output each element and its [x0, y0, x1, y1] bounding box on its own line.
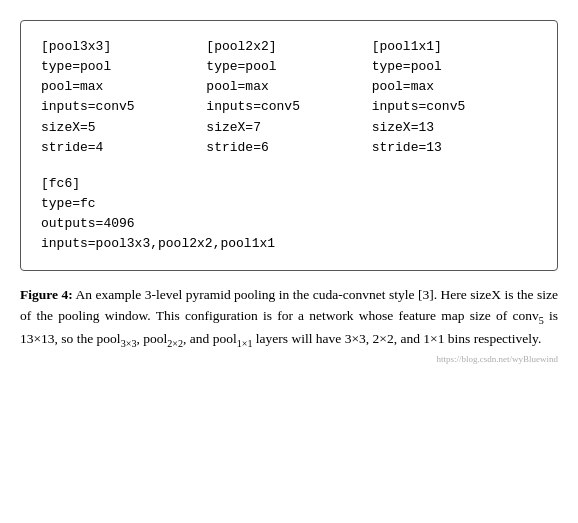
fc-header: [fc6] [41, 174, 537, 194]
col3: [pool1x1] type=pool pool=max inputs=conv… [372, 37, 537, 158]
col2-header: [pool2x2] [206, 37, 371, 57]
col1-header: [pool3x3] [41, 37, 206, 57]
col1-line5: stride=4 [41, 138, 206, 158]
pool1-sub: 3×3 [121, 337, 137, 348]
diagram-box: [pool3x3] type=pool pool=max inputs=conv… [20, 20, 558, 271]
fc-line2: outputs=4096 [41, 214, 537, 234]
conv-sub: 5 [539, 315, 544, 326]
watermark: https://blog.csdn.net/wyBluewind [437, 353, 559, 367]
citation-ref: [3] [418, 287, 434, 302]
col2-line4: sizeX=7 [206, 118, 371, 138]
col1-line2: pool=max [41, 77, 206, 97]
col1: [pool3x3] type=pool pool=max inputs=conv… [41, 37, 206, 158]
columns-row: [pool3x3] type=pool pool=max inputs=conv… [41, 37, 537, 158]
col3-line5: stride=13 [372, 138, 537, 158]
col3-line4: sizeX=13 [372, 118, 537, 138]
col3-header: [pool1x1] [372, 37, 537, 57]
caption-label: Figure 4: [20, 287, 73, 302]
col2: [pool2x2] type=pool pool=max inputs=conv… [206, 37, 371, 158]
col3-line1: type=pool [372, 57, 537, 77]
col2-line3: inputs=conv5 [206, 97, 371, 117]
caption-text1: An example 3-level pyramid pooling in th… [75, 287, 418, 302]
fc-section: [fc6] type=fc outputs=4096 inputs=pool3x… [41, 174, 537, 255]
col2-line1: type=pool [206, 57, 371, 77]
col2-line5: stride=6 [206, 138, 371, 158]
col2-line2: pool=max [206, 77, 371, 97]
col1-line1: type=pool [41, 57, 206, 77]
col1-line3: inputs=conv5 [41, 97, 206, 117]
col3-line3: inputs=conv5 [372, 97, 537, 117]
figure-caption: Figure 4: An example 3-level pyramid poo… [20, 285, 558, 351]
col1-line4: sizeX=5 [41, 118, 206, 138]
pool3-sub: 1×1 [237, 337, 253, 348]
col3-line2: pool=max [372, 77, 537, 97]
pool2-sub: 2×2 [167, 337, 183, 348]
fc-line3: inputs=pool3x3,pool2x2,pool1x1 [41, 234, 537, 254]
fc-line1: type=fc [41, 194, 537, 214]
